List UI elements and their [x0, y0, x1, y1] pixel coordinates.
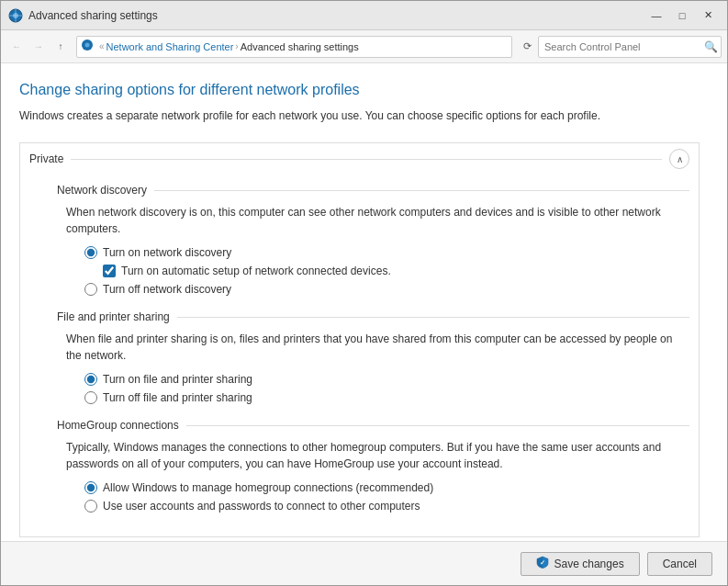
window-icon [8, 8, 23, 23]
auto-setup-checkbox-item: Turn on automatic setup of network conne… [103, 265, 689, 277]
file-printer-on-item: Turn on file and printer sharing [84, 373, 689, 386]
page-heading: Change sharing options for different net… [19, 82, 700, 98]
file-printer-on-label: Turn on file and printer sharing [103, 373, 252, 386]
file-printer-radio-group: Turn on file and printer sharing Turn of… [57, 373, 689, 404]
minimize-button[interactable]: — [644, 6, 668, 25]
content-area: Change sharing options for different net… [1, 63, 727, 541]
svg-point-3 [85, 43, 90, 48]
homegroup-title: HomeGroup connections [57, 419, 179, 432]
breadcrumb-network-sharing[interactable]: Network and Sharing Center [106, 41, 234, 52]
private-section: Private ∧ Network discovery When network… [19, 142, 700, 537]
title-bar: Advanced sharing settings — □ ✕ [1, 1, 727, 30]
file-printer-line [177, 317, 689, 318]
cancel-label: Cancel [663, 558, 697, 570]
save-changes-button[interactable]: ✓ Save changes [521, 552, 640, 576]
breadcrumb-sep-1: « [99, 41, 105, 51]
up-button[interactable]: ↑ [50, 37, 71, 57]
svg-text:✓: ✓ [540, 559, 545, 566]
refresh-button[interactable]: ⟳ [518, 37, 536, 57]
search-button[interactable]: 🔍 [700, 37, 721, 57]
network-discovery-off-item: Turn off network discovery [84, 283, 689, 296]
network-discovery-on-item: Turn on network discovery [84, 246, 689, 259]
breadcrumb-arrow: › [235, 41, 238, 51]
close-button[interactable]: ✕ [696, 6, 720, 25]
file-printer-subsection: File and printer sharing When file and p… [39, 310, 689, 404]
window-title: Advanced sharing settings [28, 9, 644, 22]
file-printer-header: File and printer sharing [57, 310, 689, 323]
homegroup-radio-group: Allow Windows to manage homegroup connec… [57, 481, 689, 513]
network-discovery-title: Network discovery [57, 184, 147, 197]
nav-bar: ← → ↑ « Network and Sharing Center › Adv… [1, 30, 727, 63]
back-button[interactable]: ← [6, 37, 27, 57]
homegroup-windows-item: Allow Windows to manage homegroup connec… [84, 481, 689, 494]
homegroup-user-label: Use user accounts and passwords to conne… [103, 500, 420, 513]
file-printer-off-item: Turn off file and printer sharing [84, 391, 689, 404]
homegroup-subsection: HomeGroup connections Typically, Windows… [39, 419, 689, 513]
private-section-header: Private ∧ [20, 143, 699, 175]
network-discovery-desc: When network discovery is on, this compu… [57, 204, 689, 237]
auto-setup-label: Turn on automatic setup of network conne… [121, 265, 391, 277]
private-section-line [71, 159, 662, 160]
homegroup-windows-radio[interactable] [84, 481, 97, 494]
save-changes-label: Save changes [554, 558, 624, 570]
network-discovery-on-radio[interactable] [84, 246, 97, 259]
address-bar-icon [81, 39, 94, 54]
network-discovery-line [154, 190, 689, 191]
private-section-content: Network discovery When network discovery… [20, 175, 699, 536]
network-discovery-header: Network discovery [57, 184, 689, 197]
page-description: Windows creates a separate network profi… [19, 107, 700, 124]
homegroup-desc: Typically, Windows manages the connectio… [57, 439, 689, 472]
auto-setup-checkbox[interactable] [103, 265, 116, 277]
footer: ✓ Save changes Cancel [1, 541, 727, 585]
file-printer-title: File and printer sharing [57, 310, 170, 323]
homegroup-line [186, 425, 689, 426]
main-window: Advanced sharing settings — □ ✕ ← → ↑ « … [0, 0, 728, 586]
cancel-button[interactable]: Cancel [647, 552, 712, 576]
title-bar-controls: — □ ✕ [644, 6, 720, 25]
file-printer-on-radio[interactable] [84, 373, 97, 386]
network-discovery-off-radio[interactable] [84, 283, 97, 296]
shield-icon: ✓ [536, 556, 549, 571]
homegroup-windows-label: Allow Windows to manage homegroup connec… [103, 481, 433, 494]
forward-button[interactable]: → [28, 37, 49, 57]
homegroup-user-item: Use user accounts and passwords to conne… [84, 500, 689, 513]
file-printer-off-label: Turn off file and printer sharing [103, 391, 252, 404]
maximize-button[interactable]: □ [670, 6, 694, 25]
network-discovery-on-label: Turn on network discovery [103, 246, 231, 259]
private-section-title: Private [29, 152, 63, 165]
private-section-toggle[interactable]: ∧ [669, 149, 689, 169]
network-discovery-radio-group: Turn on network discovery Turn on automa… [57, 246, 689, 296]
homegroup-header: HomeGroup connections [57, 419, 689, 432]
network-discovery-subsection: Network discovery When network discovery… [39, 184, 689, 296]
network-discovery-off-label: Turn off network discovery [103, 283, 231, 296]
search-bar: 🔍 [538, 36, 722, 58]
search-input[interactable] [539, 37, 700, 57]
homegroup-user-radio[interactable] [84, 500, 97, 513]
main-area: Change sharing options for different net… [1, 63, 727, 541]
file-printer-off-radio[interactable] [84, 391, 97, 404]
breadcrumb-current: Advanced sharing settings [241, 41, 359, 52]
address-bar: « Network and Sharing Center › Advanced … [76, 36, 512, 58]
file-printer-desc: When file and printer sharing is on, fil… [57, 331, 689, 364]
